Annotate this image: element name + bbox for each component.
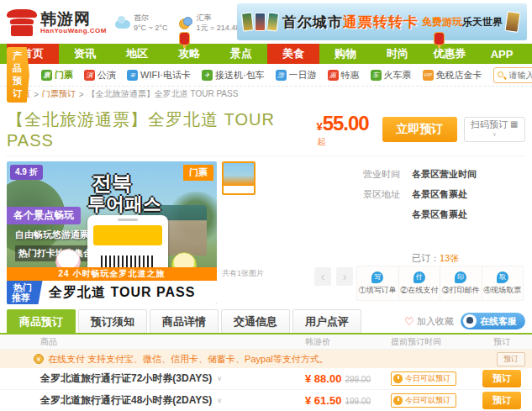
row-book-time: 今日可以预订 (405, 373, 450, 384)
breadcrumb: 首页 > 门票预订 > 【全北旅游通票】全罗北道 TOUR PASS (0, 87, 532, 102)
row-price: ¥ 88.00 (305, 372, 341, 385)
ad-banner[interactable]: 首尔城市 通票转转卡 免费游玩 乐天世界 (237, 3, 527, 40)
wifi-icon: ≋ (127, 70, 138, 81)
avatar (463, 314, 477, 328)
nav-item-sights[interactable]: 景点 (215, 44, 267, 64)
price-symbol: ¥ (316, 120, 322, 133)
tab-traffic[interactable]: 交通信息 (221, 309, 290, 333)
image-orange-strip: 24 小时畅玩全罗北道之旅 (7, 267, 217, 281)
subnav-item-train[interactable]: 车 火车票 (371, 69, 412, 82)
banner-text-2: 通票转转卡 (343, 13, 419, 32)
subnav-item-daytour[interactable]: 游 一日游 (276, 69, 317, 82)
hot-recommend-badge: 热门 推荐 (7, 281, 42, 304)
subnav-item-dutyfree[interactable]: VIP 免税店金卡 (423, 69, 482, 82)
gallery-prev-button[interactable]: ‹ (314, 267, 331, 286)
sub-nav: 产品预订 票 门票 演 公演 ≋ WIFI·电话卡 ✈ 接送机·包车 游 一日游… (0, 64, 532, 87)
subnav-label: 火车票 (384, 69, 412, 82)
row-book-button[interactable]: 预订 (482, 392, 521, 409)
product-name: 全罗北道旅行通行证72小时券(3DAYS) (40, 371, 212, 386)
image-free-line: 自由畅玩悠游通票 (15, 229, 89, 241)
header-product: 商品 (7, 336, 305, 348)
cloud-icon (115, 20, 130, 29)
gallery-thumbnail[interactable] (222, 161, 255, 195)
service-label: 在线客服 (480, 315, 517, 328)
hours-value: 各景区营业时间 (412, 168, 477, 181)
nav-item-news[interactable]: 资讯 (59, 44, 111, 64)
chevron-down-icon: ∨ (492, 129, 497, 140)
breadcrumb-section[interactable]: 门票预订 (42, 88, 76, 100)
image-purple-strip: 各个景点畅玩 (7, 207, 81, 224)
product-image[interactable]: 전북 투어패스 4.9 折 门票 各个景点畅玩 自由畅玩悠游通票 热门打卡地大集… (7, 161, 217, 304)
tab-booking[interactable]: 商品预订 (7, 309, 76, 333)
step-fill-order: 写 ①填写订单 (357, 266, 398, 300)
red-envelope-icon[interactable] (179, 32, 190, 45)
nav-item-fashion[interactable]: 时尚 (371, 44, 424, 64)
heart-icon: ♡ (404, 315, 414, 328)
red-envelope-icon[interactable] (434, 32, 445, 45)
subnav-item-transfer[interactable]: ✈ 接送机·包车 (202, 69, 265, 82)
deal-icon: 惠 (328, 70, 339, 81)
booking-steps: 写 ①填写订单 付 ②在线支付 印 ③打印邮件 取 ④现场取票 (356, 266, 524, 301)
header-time: 提前预订时间 (391, 336, 478, 348)
address-value-2: 各景区售票处 (412, 208, 467, 221)
airplane-icon: ✈ (202, 70, 213, 81)
chevron-down-icon[interactable]: ∨ (217, 375, 222, 382)
subnav-item-shows[interactable]: 演 公演 (84, 69, 116, 82)
table-row: 全罗北道旅行通行证48小时券(2DAYS)∨ ¥ 61.50199.00 今日可… (0, 390, 532, 411)
table-row: 全罗北道旅行通行证72小时券(3DAYS)∨ ¥ 88.00299.00 今日可… (0, 368, 532, 390)
scan-book-button[interactable]: 扫码预订▦ ∨ (464, 117, 525, 142)
sold-value: 13张 (440, 253, 459, 263)
booking-tag[interactable]: 产品预订 (7, 47, 29, 103)
weather-widget[interactable]: 首尔 9°C ~ 2°C (115, 13, 167, 33)
nav-item-shopping[interactable]: 购物 (319, 44, 371, 64)
notice-text: 在线支付 支持支付宝、微信、信用卡、储蓄卡、Paypal等支付方式。 (48, 353, 329, 366)
banner-text-3: 免费游玩 (422, 15, 462, 29)
site-logo[interactable]: 韩游网 HanYouWang.COM (7, 8, 107, 37)
qr-code-icon: ▦ (510, 119, 518, 129)
subnav-item-tickets[interactable]: 票 门票 (41, 69, 73, 82)
tab-reviews[interactable]: 用户点评 (292, 309, 361, 333)
tab-notes[interactable]: 预订须知 (78, 309, 147, 333)
payment-notice: ¥ 在线支付 支持支付宝、微信、信用卡、储蓄卡、Paypal等支付方式。 预订 (0, 350, 532, 368)
favorite-button[interactable]: ♡ 加入收藏 (404, 315, 454, 328)
header-price: 韩游价 (305, 336, 391, 348)
online-service-button[interactable]: 在线客服 (461, 313, 525, 329)
nav-item-region[interactable]: 地区 (111, 44, 163, 64)
subnav-label: 接送机·包车 (215, 69, 265, 82)
gallery-next-button[interactable]: › (336, 267, 353, 286)
ticket-icon: 票 (41, 70, 52, 81)
nav-item-food[interactable]: 美食 (267, 44, 319, 64)
print-icon: 印 (455, 271, 466, 283)
subnav-label: 免税店金卡 (436, 69, 482, 82)
address-label: 景区地址 (363, 188, 412, 201)
gallery-caption: 共有1张图片 (222, 268, 264, 279)
nav-item-guide[interactable]: 攻略 (163, 44, 215, 64)
tab-details[interactable]: 商品详情 (150, 309, 219, 333)
coin-icon: ¥ (34, 354, 44, 364)
nav-item-coupons[interactable]: 优惠券 (424, 44, 476, 64)
product-header: 【全北旅游通票】全罗北道 TOUR PASS ¥55.00起 立即预订 扫码预订… (0, 102, 532, 155)
row-book-button[interactable]: 预订 (482, 370, 521, 387)
subnav-label: 门票 (55, 69, 73, 82)
step-pickup: 取 ④现场取票 (482, 266, 524, 300)
favorite-label: 加入收藏 (417, 315, 454, 328)
row-price: ¥ 61.50 (305, 394, 341, 407)
bus-icon: 游 (276, 70, 287, 81)
hours-label: 营业时间 (363, 168, 412, 181)
page: 韩游网 HanYouWang.COM 首尔 9°C ~ 2°C 汇率 1元 = … (0, 0, 532, 411)
subnav-label: 公演 (97, 69, 116, 82)
step-pay-online: 付 ②在线支付 (398, 266, 440, 300)
vip-card-icon: VIP (423, 70, 434, 81)
banner-text-4: 乐天世界 (462, 15, 503, 29)
ticket-type-badge: 门票 (183, 165, 213, 181)
banner-card-icon (504, 11, 520, 33)
notice-book-button[interactable]: 预订 (497, 352, 525, 366)
subnav-item-deals[interactable]: 惠 特惠 (328, 69, 360, 82)
address-value-1: 各景区售票处 (412, 188, 467, 201)
book-now-button[interactable]: 立即预订 (382, 117, 457, 142)
chevron-down-icon[interactable]: ∨ (217, 397, 222, 404)
price-value: 55.00 (323, 112, 369, 134)
nav-item-app[interactable]: APP (476, 44, 528, 64)
main-nav: 首页 资讯 地区 攻略 景点 美食 购物 时尚 优惠券 APP (0, 44, 532, 64)
subnav-item-wifi[interactable]: ≋ WIFI·电话卡 (127, 69, 191, 82)
